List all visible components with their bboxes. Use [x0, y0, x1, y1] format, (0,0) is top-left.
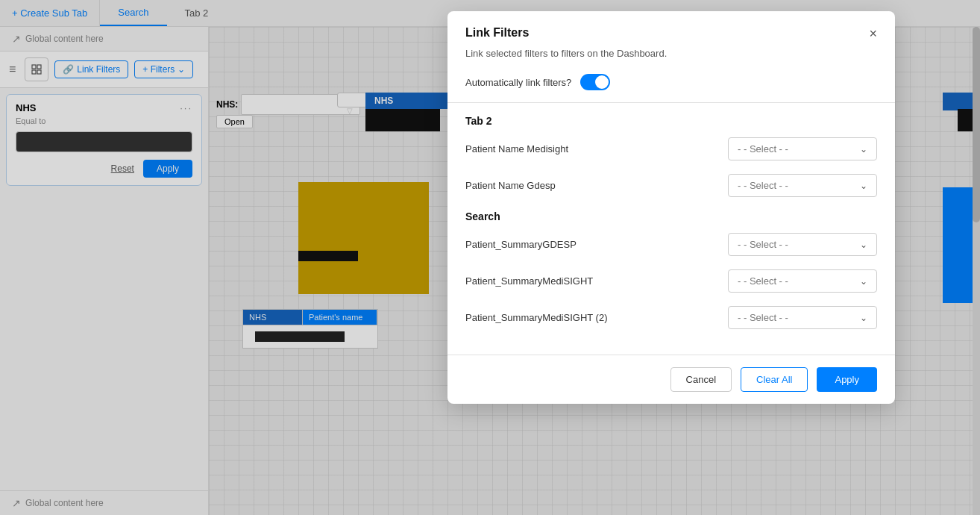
- chevron-down-icon: ⌄: [860, 181, 867, 191]
- filter-label-summary-gdesp: Patient_SummaryGDESP: [465, 239, 719, 250]
- select-summary-medisight-2[interactable]: - - Select - - ⌄: [728, 306, 877, 329]
- filter-row-patient-name-gdesp: Patient Name Gdesp - - Select - - ⌄: [465, 174, 877, 197]
- chevron-down-icon: ⌄: [860, 144, 867, 154]
- filter-label-patient-name-gdesp: Patient Name Gdesp: [465, 180, 719, 191]
- select-patient-name-gdesp[interactable]: - - Select - - ⌄: [728, 174, 877, 197]
- cancel-button[interactable]: Cancel: [670, 367, 732, 392]
- modal-close-button[interactable]: ×: [869, 26, 877, 42]
- filter-row-summary-medisight: Patient_SummaryMediSIGHT - - Select - - …: [465, 269, 877, 293]
- auto-link-row: Automatically link filters?: [447, 68, 895, 102]
- modal-title: Link Filters: [465, 26, 529, 40]
- filter-row-patient-name-medisight: Patient Name Medisight - - Select - - ⌄: [465, 137, 877, 160]
- filter-row-summary-medisight-2: Patient_SummaryMediSIGHT (2) - - Select …: [465, 306, 877, 329]
- clear-all-button[interactable]: Clear All: [741, 367, 808, 392]
- auto-link-toggle[interactable]: [580, 74, 610, 90]
- modal-header: Link Filters ×: [447, 11, 895, 48]
- modal-footer: Cancel Clear All Apply: [447, 355, 895, 404]
- select-placeholder: - - Select - -: [738, 143, 788, 154]
- link-filters-modal: Link Filters × Link selected filters to …: [447, 11, 895, 404]
- filter-row-summary-gdesp: Patient_SummaryGDESP - - Select - - ⌄: [465, 233, 877, 256]
- select-placeholder: - - Select - -: [738, 275, 788, 287]
- search-section-title: Search: [465, 210, 877, 222]
- chevron-down-icon: ⌄: [860, 313, 867, 323]
- chevron-down-icon: ⌄: [860, 276, 867, 287]
- modal-subtitle: Link selected filters to filters on the …: [447, 48, 895, 68]
- auto-link-label: Automatically link filters?: [465, 77, 571, 88]
- select-patient-name-medisight[interactable]: - - Select - - ⌄: [728, 137, 877, 160]
- apply-button[interactable]: Apply: [817, 367, 877, 392]
- select-summary-medisight[interactable]: - - Select - - ⌄: [728, 269, 877, 293]
- select-placeholder: - - Select - -: [738, 180, 788, 191]
- filter-label-patient-name-medisight: Patient Name Medisight: [465, 143, 719, 154]
- chevron-down-icon: ⌄: [860, 240, 867, 250]
- tab2-section-title: Tab 2: [465, 115, 877, 127]
- select-placeholder: - - Select - -: [738, 239, 788, 250]
- select-placeholder: - - Select - -: [738, 312, 788, 323]
- filter-label-summary-medisight-2: Patient_SummaryMediSIGHT (2): [465, 312, 719, 323]
- modal-body: Tab 2 Patient Name Medisight - - Select …: [447, 103, 895, 355]
- select-summary-gdesp[interactable]: - - Select - - ⌄: [728, 233, 877, 256]
- filter-label-summary-medisight: Patient_SummaryMediSIGHT: [465, 275, 719, 287]
